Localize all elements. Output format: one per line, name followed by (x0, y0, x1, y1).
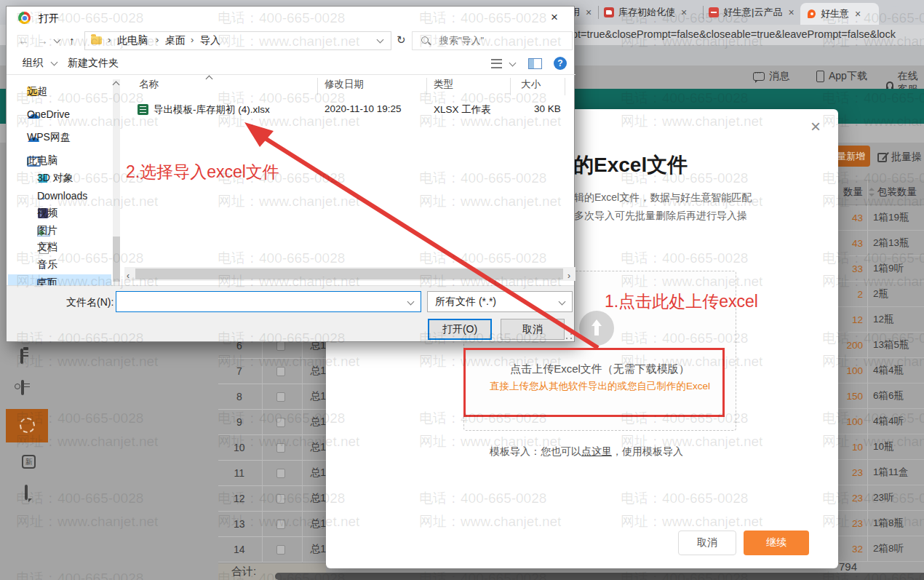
click-here-link[interactable]: 点这里 (581, 445, 612, 457)
sidebar-item[interactable]: 视频 (8, 204, 111, 222)
qty-column-header[interactable]: 数量 (838, 186, 863, 199)
table-row[interactable]: 14 总1 (218, 537, 326, 563)
sidebar-item[interactable]: 3D 对象 (8, 170, 111, 187)
pkg-cell: 10瓶 (873, 440, 894, 453)
qty-cell: 33 (838, 263, 863, 274)
new-badge-icon[interactable]: 新 (22, 455, 36, 469)
sidebar-item[interactable]: ☁ OneDrive (8, 106, 111, 123)
sync-icon (20, 418, 35, 433)
row-checkbox[interactable] (276, 545, 286, 555)
modal-continue-button[interactable]: 继续 (744, 531, 809, 555)
table-row[interactable]: 13 总1 (218, 512, 326, 537)
sidebar-active-item[interactable] (6, 409, 48, 442)
row-checkbox[interactable] (276, 494, 286, 504)
clipboard-icon[interactable] (20, 349, 23, 364)
table-row[interactable]: 100 4箱4听 (838, 409, 924, 434)
table-row[interactable]: 33 1箱9听 (838, 256, 924, 282)
search-input[interactable] (438, 34, 562, 47)
tab-close-icon[interactable]: × (586, 7, 592, 18)
help-icon[interactable]: ? (554, 57, 567, 70)
row-checkbox[interactable] (276, 367, 286, 376)
sidebar-item[interactable]: ♪ 音乐 (8, 256, 111, 274)
page-horizontal-scrollbar[interactable] (275, 573, 924, 580)
row-checkbox[interactable] (276, 443, 286, 453)
pkg-column-header[interactable]: 包装数量 (877, 186, 917, 199)
scroll-left-icon[interactable]: ‹ (127, 271, 130, 281)
breadcrumb-import[interactable]: 导入 (200, 34, 220, 47)
tab-close-icon[interactable]: × (788, 7, 794, 18)
breadcrumb-desktop[interactable]: 桌面 (165, 34, 186, 47)
sidebar-item[interactable]: 远超 (8, 83, 111, 100)
feedback-icon[interactable] (25, 485, 28, 500)
table-row[interactable]: 12 总1 (218, 486, 326, 512)
filename-input[interactable] (116, 291, 421, 312)
sidebar-item[interactable]: ↓ Downloads (8, 187, 111, 204)
table-row[interactable]: 23 23听 (838, 485, 924, 511)
row-number: 11 (218, 467, 260, 479)
row-number: 13 (218, 518, 260, 530)
table-row[interactable]: 43 1箱19瓶 (838, 205, 924, 231)
pkg-cell: 2箱13瓶 (873, 237, 909, 250)
column-name[interactable]: 名称 (139, 78, 159, 91)
column-size[interactable]: 大小 (521, 78, 541, 91)
column-date[interactable]: 修改日期 (324, 78, 364, 91)
excel-file-icon (138, 104, 148, 115)
table-row[interactable]: 100 4箱4瓶 (838, 358, 924, 384)
table-row[interactable]: 9 总1 (218, 410, 326, 435)
table-row[interactable]: 2 2瓶 (838, 282, 924, 307)
filelist-scrollbar-thumb[interactable] (135, 269, 563, 279)
tab-close-icon[interactable]: × (855, 8, 861, 20)
resize-grip[interactable] (565, 333, 573, 340)
contacts-icon[interactable] (21, 380, 24, 395)
tab-inventory-help[interactable]: 库存初始化使 × (604, 0, 701, 25)
tab-cloud-product[interactable]: 好生意|云产品 × (709, 0, 799, 25)
refresh-icon[interactable]: ↻ (397, 33, 406, 47)
row-checkbox[interactable] (276, 469, 286, 478)
column-divider (510, 78, 511, 95)
list-view-icon[interactable] (491, 59, 502, 68)
tab-haoshengyi-active[interactable]: 好生意 × (800, 3, 879, 25)
tab-separator (703, 6, 704, 19)
view-chevron-icon[interactable] (509, 60, 517, 67)
row-checkbox[interactable] (276, 392, 286, 402)
table-row[interactable]: 10 总1 (218, 435, 326, 461)
column-type[interactable]: 类型 (434, 78, 453, 91)
messages-menu[interactable]: 消息 (753, 70, 789, 83)
sidebar-item[interactable]: 文档 (8, 239, 111, 256)
table-row[interactable]: 8 总1 (218, 384, 326, 410)
close-icon[interactable]: × (811, 118, 821, 135)
table-row[interactable]: 150 6箱6瓶 (838, 384, 924, 409)
sidebar-item[interactable]: 此电脑 (8, 152, 111, 170)
table-row[interactable]: 7 总1 (218, 359, 326, 384)
table-row[interactable]: 10 10瓶 (838, 434, 924, 460)
row-checkbox[interactable] (276, 341, 286, 351)
app-download-menu[interactable]: App下载 (816, 70, 867, 83)
file-name[interactable]: 导出模板-库存期初 (4).xlsx (154, 103, 270, 116)
sidebar-scrollbar-thumb[interactable] (113, 237, 120, 282)
row-warehouse: 总1 (310, 390, 326, 403)
row-warehouse: 总1 (310, 441, 326, 454)
table-row[interactable]: 23 1箱11盒 (838, 460, 924, 485)
sidebar-item[interactable]: 图片 (8, 222, 111, 239)
sort-icon[interactable] (869, 188, 875, 196)
table-row[interactable]: 200 13箱5瓶 (838, 333, 924, 358)
dialog-close-icon[interactable]: × (551, 10, 558, 25)
row-checkbox[interactable] (276, 520, 286, 529)
tab-close-icon[interactable]: × (681, 7, 687, 18)
modal-cancel-button[interactable]: 取消 (678, 531, 736, 555)
dialog-cancel-button[interactable]: 取消 (501, 319, 565, 340)
filename-label: 文件名(N): (66, 296, 113, 309)
filetype-select[interactable]: 所有文件 (*.*) (427, 291, 573, 312)
sidebar-item[interactable]: ☁ WPS网盘 (8, 129, 111, 146)
table-row[interactable]: 11 总1 (218, 461, 326, 486)
table-row[interactable]: 43 2箱13瓶 (838, 231, 924, 256)
table-row[interactable]: 23 1箱8瓶 (838, 511, 924, 536)
open-button[interactable]: 打开(O) (428, 319, 492, 340)
table-row[interactable]: 12 12瓶 (838, 307, 924, 333)
preview-pane-icon[interactable] (528, 58, 542, 69)
table-row[interactable]: 32 2箱8听 (838, 536, 924, 562)
batch-action[interactable]: 批量操 (877, 151, 924, 164)
scroll-right-icon[interactable]: › (567, 271, 570, 281)
flame-logo-icon (806, 9, 816, 19)
row-checkbox[interactable] (276, 418, 286, 427)
